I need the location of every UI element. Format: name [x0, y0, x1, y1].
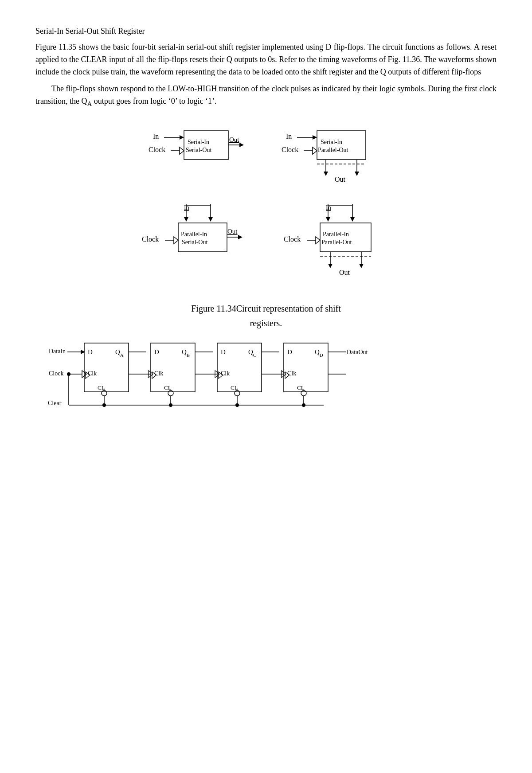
- svg-text:QB: QB: [182, 348, 190, 358]
- section-title: Serial-In Serial-Out Shift Register: [35, 27, 497, 36]
- diagram-pipo: In Clock Parallel-In Parallel-Out: [284, 202, 390, 281]
- svg-text:Out: Out: [227, 228, 238, 235]
- svg-point-114: [235, 403, 239, 407]
- svg-text:CL: CL: [98, 384, 105, 391]
- svg-marker-50: [316, 237, 320, 244]
- svg-text:Out: Out: [335, 176, 346, 183]
- svg-point-74: [102, 390, 107, 396]
- svg-point-110: [102, 403, 106, 407]
- svg-marker-31: [208, 217, 213, 222]
- svg-text:In: In: [153, 133, 159, 140]
- svg-text:D: D: [154, 348, 159, 355]
- svg-marker-29: [184, 217, 188, 222]
- svg-marker-44: [326, 217, 330, 222]
- svg-text:QC: QC: [248, 348, 256, 358]
- paragraph1: Figure 11.35 shows the basic four-bit se…: [35, 41, 497, 78]
- svg-marker-17: [313, 147, 317, 154]
- piso-svg: In Clock Parallel-In Serial-Out: [142, 202, 248, 273]
- svg-text:QA: QA: [115, 348, 124, 358]
- svg-text:D: D: [287, 348, 292, 355]
- figure-caption: Figure 11.34Circuit representation of sh…: [191, 304, 341, 314]
- svg-point-112: [169, 403, 172, 407]
- svg-point-82: [168, 390, 173, 396]
- svg-text:Serial-Out: Serial-Out: [182, 239, 207, 246]
- svg-text:D: D: [88, 348, 93, 355]
- svg-text:CL: CL: [297, 384, 305, 391]
- registers-label: registers.: [250, 318, 282, 328]
- sipo-svg: In Clock Serial-In Parallel-Out: [282, 122, 383, 184]
- svg-marker-10: [239, 143, 244, 147]
- svg-text:Serial-In: Serial-In: [188, 139, 209, 145]
- svg-marker-25: [355, 172, 359, 176]
- svg-text:DataOut: DataOut: [347, 349, 368, 355]
- svg-text:CL: CL: [231, 384, 238, 391]
- svg-text:Serial-Out: Serial-Out: [186, 147, 211, 153]
- siso-svg: In Clock Serial-In Serial-Out Out: [149, 122, 246, 175]
- svg-text:In: In: [286, 133, 292, 140]
- svg-marker-58: [359, 264, 364, 268]
- top-diagrams-row: In Clock Serial-In Serial-Out Out: [149, 122, 383, 184]
- diagram-sipo: In Clock Serial-In Parallel-Out: [282, 122, 383, 184]
- paragraph2-text: The flip-flops shown respond to the LOW-…: [35, 84, 497, 105]
- svg-text:Clear: Clear: [48, 400, 62, 406]
- svg-text:CL: CL: [164, 384, 172, 391]
- svg-text:DataIn: DataIn: [49, 348, 66, 355]
- svg-text:Serial-In: Serial-In: [321, 139, 342, 145]
- svg-text:Out: Out: [229, 136, 239, 143]
- svg-text:Clock: Clock: [284, 235, 301, 243]
- svg-text:Parallel-In: Parallel-In: [323, 231, 349, 238]
- svg-marker-40: [238, 235, 243, 239]
- svg-text:Parallel-Out: Parallel-Out: [321, 239, 352, 246]
- svg-text:Parallel-Out: Parallel-Out: [318, 147, 348, 153]
- svg-text:D: D: [221, 348, 226, 355]
- paragraph2: The flip-flops shown respond to the LOW-…: [35, 83, 497, 109]
- svg-text:Clock: Clock: [142, 235, 159, 243]
- diagram-piso: In Clock Parallel-In Serial-Out: [142, 202, 248, 273]
- svg-text:Clock: Clock: [282, 146, 298, 153]
- svg-marker-46: [350, 217, 355, 222]
- diagram-siso: In Clock Serial-In Serial-Out Out: [149, 122, 246, 175]
- svg-text:Out: Out: [339, 269, 350, 276]
- svg-marker-56: [328, 264, 332, 268]
- svg-marker-23: [324, 172, 328, 176]
- svg-text:Parallel-In: Parallel-In: [181, 231, 207, 238]
- svg-text:Clock: Clock: [149, 146, 165, 153]
- svg-marker-2: [180, 135, 184, 140]
- svg-marker-35: [174, 237, 178, 244]
- svg-marker-14: [313, 135, 317, 140]
- circuit-diagram-container: DataIn Clock Clear D QA Clk CL D Q: [35, 336, 497, 429]
- svg-point-116: [302, 403, 305, 407]
- svg-point-102: [301, 390, 306, 396]
- circuit-svg: DataIn Clock Clear D QA Clk CL D Q: [35, 336, 497, 429]
- svg-point-92: [235, 390, 240, 396]
- diagrams-container: In Clock Serial-In Serial-Out Out: [35, 122, 497, 332]
- svg-text:Clock: Clock: [49, 370, 63, 377]
- svg-text:QD: QD: [315, 348, 323, 358]
- svg-marker-5: [180, 147, 184, 154]
- pipo-svg: In Clock Parallel-In Parallel-Out: [284, 202, 390, 281]
- bottom-diagrams-row: In Clock Parallel-In Serial-Out: [142, 202, 390, 281]
